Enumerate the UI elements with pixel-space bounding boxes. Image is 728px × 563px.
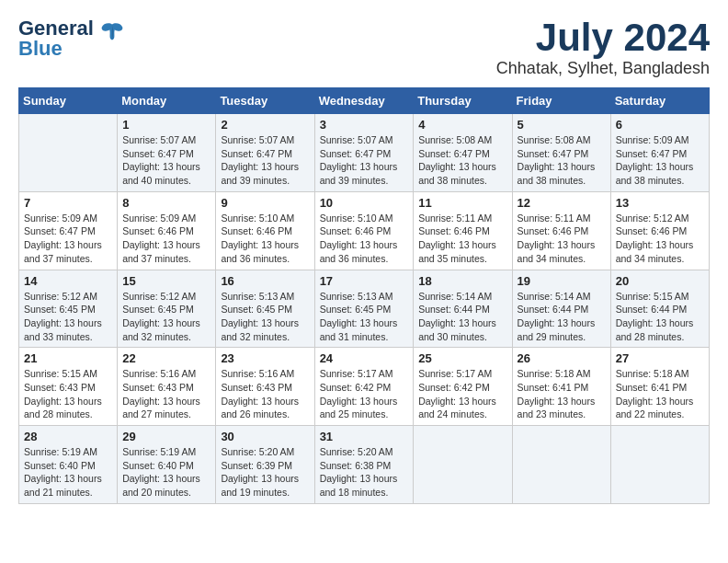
header-wednesday: Wednesday: [314, 88, 414, 114]
day-number: 18: [418, 274, 506, 288]
day-info: Sunrise: 5:20 AM Sunset: 6:39 PM Dayligh…: [221, 445, 309, 500]
day-number: 6: [616, 118, 704, 132]
calendar-header: SundayMondayTuesdayWednesdayThursdayFrid…: [19, 88, 710, 114]
calendar-cell: 27Sunrise: 5:18 AM Sunset: 6:41 PM Dayli…: [610, 348, 709, 426]
day-number: 29: [122, 430, 210, 443]
day-info: Sunrise: 5:14 AM Sunset: 6:44 PM Dayligh…: [418, 290, 506, 344]
day-info: Sunrise: 5:07 AM Sunset: 6:47 PM Dayligh…: [320, 133, 409, 188]
day-number: 11: [418, 196, 506, 210]
day-info: Sunrise: 5:17 AM Sunset: 6:42 PM Dayligh…: [418, 367, 506, 421]
day-info: Sunrise: 5:12 AM Sunset: 6:45 PM Dayligh…: [24, 290, 112, 344]
day-number: 19: [518, 274, 606, 288]
calendar-cell: 12Sunrise: 5:11 AM Sunset: 6:46 PM Dayli…: [512, 191, 610, 270]
calendar-cell: 1Sunrise: 5:07 AM Sunset: 6:47 PM Daylig…: [118, 114, 216, 192]
day-info: Sunrise: 5:09 AM Sunset: 6:46 PM Dayligh…: [122, 212, 210, 266]
day-info: Sunrise: 5:08 AM Sunset: 6:47 PM Dayligh…: [418, 133, 506, 188]
calendar-cell: 25Sunrise: 5:17 AM Sunset: 6:42 PM Dayli…: [414, 348, 512, 426]
day-number: 27: [616, 351, 704, 365]
header-friday: Friday: [512, 88, 610, 114]
day-number: 23: [221, 351, 309, 365]
calendar-cell: 24Sunrise: 5:17 AM Sunset: 6:42 PM Dayli…: [314, 348, 414, 426]
day-info: Sunrise: 5:11 AM Sunset: 6:46 PM Dayligh…: [418, 212, 506, 266]
week-row-3: 21Sunrise: 5:15 AM Sunset: 6:43 PM Dayli…: [19, 348, 710, 426]
location-title: Chhatak, Sylhet, Bangladesh: [496, 59, 710, 78]
calendar-cell: 7Sunrise: 5:09 AM Sunset: 6:47 PM Daylig…: [19, 191, 118, 270]
calendar-cell: 21Sunrise: 5:15 AM Sunset: 6:43 PM Dayli…: [19, 348, 118, 426]
calendar-cell: 2Sunrise: 5:07 AM Sunset: 6:47 PM Daylig…: [216, 114, 314, 192]
day-info: Sunrise: 5:07 AM Sunset: 6:47 PM Dayligh…: [122, 133, 210, 188]
calendar-cell: 8Sunrise: 5:09 AM Sunset: 6:46 PM Daylig…: [118, 191, 216, 270]
calendar-cell: 5Sunrise: 5:08 AM Sunset: 6:47 PM Daylig…: [512, 114, 610, 192]
day-number: 3: [320, 118, 409, 132]
day-number: 28: [24, 430, 112, 443]
day-number: 13: [616, 196, 704, 210]
day-number: 1: [122, 118, 210, 132]
calendar-cell: 20Sunrise: 5:15 AM Sunset: 6:44 PM Dayli…: [610, 270, 709, 348]
day-number: 20: [616, 274, 704, 288]
header-thursday: Thursday: [414, 88, 512, 114]
week-row-1: 7Sunrise: 5:09 AM Sunset: 6:47 PM Daylig…: [19, 191, 710, 270]
calendar-cell: [512, 426, 610, 504]
week-row-4: 28Sunrise: 5:19 AM Sunset: 6:40 PM Dayli…: [19, 426, 710, 504]
day-number: 14: [24, 274, 112, 288]
day-info: Sunrise: 5:16 AM Sunset: 6:43 PM Dayligh…: [122, 367, 210, 421]
day-info: Sunrise: 5:09 AM Sunset: 6:47 PM Dayligh…: [616, 133, 704, 188]
calendar-cell: 31Sunrise: 5:20 AM Sunset: 6:38 PM Dayli…: [314, 426, 414, 504]
header-saturday: Saturday: [610, 88, 709, 114]
calendar-cell: [19, 114, 118, 192]
calendar-cell: 30Sunrise: 5:20 AM Sunset: 6:39 PM Dayli…: [216, 426, 314, 504]
day-info: Sunrise: 5:09 AM Sunset: 6:47 PM Dayligh…: [24, 212, 112, 266]
day-number: 10: [320, 196, 409, 210]
day-info: Sunrise: 5:20 AM Sunset: 6:38 PM Dayligh…: [320, 445, 409, 500]
day-info: Sunrise: 5:10 AM Sunset: 6:46 PM Dayligh…: [320, 212, 409, 266]
logo-blue: Blue: [18, 39, 94, 59]
month-title: July 2024: [496, 18, 710, 57]
day-info: Sunrise: 5:14 AM Sunset: 6:44 PM Dayligh…: [518, 290, 606, 344]
day-number: 7: [24, 196, 112, 210]
calendar-cell: 9Sunrise: 5:10 AM Sunset: 6:46 PM Daylig…: [216, 191, 314, 270]
day-number: 9: [221, 196, 309, 210]
calendar-cell: 17Sunrise: 5:13 AM Sunset: 6:45 PM Dayli…: [314, 270, 414, 348]
calendar-table: SundayMondayTuesdayWednesdayThursdayFrid…: [18, 87, 710, 504]
day-number: 2: [221, 118, 309, 132]
day-info: Sunrise: 5:19 AM Sunset: 6:40 PM Dayligh…: [122, 445, 210, 500]
logo-bird-icon: [99, 19, 125, 49]
day-number: 16: [221, 274, 309, 288]
day-info: Sunrise: 5:18 AM Sunset: 6:41 PM Dayligh…: [616, 367, 704, 421]
calendar-cell: 3Sunrise: 5:07 AM Sunset: 6:47 PM Daylig…: [314, 114, 414, 192]
logo-general: General: [18, 18, 94, 39]
calendar-cell: 28Sunrise: 5:19 AM Sunset: 6:40 PM Dayli…: [19, 426, 118, 504]
day-number: 26: [518, 351, 606, 365]
day-number: 5: [518, 118, 606, 132]
header-tuesday: Tuesday: [216, 88, 314, 114]
calendar-cell: 18Sunrise: 5:14 AM Sunset: 6:44 PM Dayli…: [414, 270, 512, 348]
calendar-cell: 23Sunrise: 5:16 AM Sunset: 6:43 PM Dayli…: [216, 348, 314, 426]
day-info: Sunrise: 5:13 AM Sunset: 6:45 PM Dayligh…: [320, 290, 409, 344]
day-info: Sunrise: 5:19 AM Sunset: 6:40 PM Dayligh…: [24, 445, 112, 500]
calendar-cell: 6Sunrise: 5:09 AM Sunset: 6:47 PM Daylig…: [610, 114, 709, 192]
week-row-2: 14Sunrise: 5:12 AM Sunset: 6:45 PM Dayli…: [19, 270, 710, 348]
day-info: Sunrise: 5:10 AM Sunset: 6:46 PM Dayligh…: [221, 212, 309, 266]
day-info: Sunrise: 5:17 AM Sunset: 6:42 PM Dayligh…: [320, 367, 409, 421]
day-number: 15: [122, 274, 210, 288]
calendar-cell: 16Sunrise: 5:13 AM Sunset: 6:45 PM Dayli…: [216, 270, 314, 348]
day-info: Sunrise: 5:18 AM Sunset: 6:41 PM Dayligh…: [518, 367, 606, 421]
calendar-cell: [610, 426, 709, 504]
day-info: Sunrise: 5:11 AM Sunset: 6:46 PM Dayligh…: [518, 212, 606, 266]
calendar-cell: 14Sunrise: 5:12 AM Sunset: 6:45 PM Dayli…: [19, 270, 118, 348]
calendar-cell: 10Sunrise: 5:10 AM Sunset: 6:46 PM Dayli…: [314, 191, 414, 270]
calendar-body: 1Sunrise: 5:07 AM Sunset: 6:47 PM Daylig…: [19, 114, 710, 504]
day-number: 30: [221, 430, 309, 443]
calendar-cell: 22Sunrise: 5:16 AM Sunset: 6:43 PM Dayli…: [118, 348, 216, 426]
page-header: General Blue July 2024 Chhatak, Sylhet, …: [18, 18, 710, 78]
calendar-cell: 11Sunrise: 5:11 AM Sunset: 6:46 PM Dayli…: [414, 191, 512, 270]
day-info: Sunrise: 5:12 AM Sunset: 6:45 PM Dayligh…: [122, 290, 210, 344]
day-number: 25: [418, 351, 506, 365]
day-number: 4: [418, 118, 506, 132]
day-number: 12: [518, 196, 606, 210]
logo: General Blue: [18, 18, 125, 59]
calendar-cell: 19Sunrise: 5:14 AM Sunset: 6:44 PM Dayli…: [512, 270, 610, 348]
day-info: Sunrise: 5:15 AM Sunset: 6:44 PM Dayligh…: [616, 290, 704, 344]
day-number: 21: [24, 351, 112, 365]
day-info: Sunrise: 5:15 AM Sunset: 6:43 PM Dayligh…: [24, 367, 112, 421]
